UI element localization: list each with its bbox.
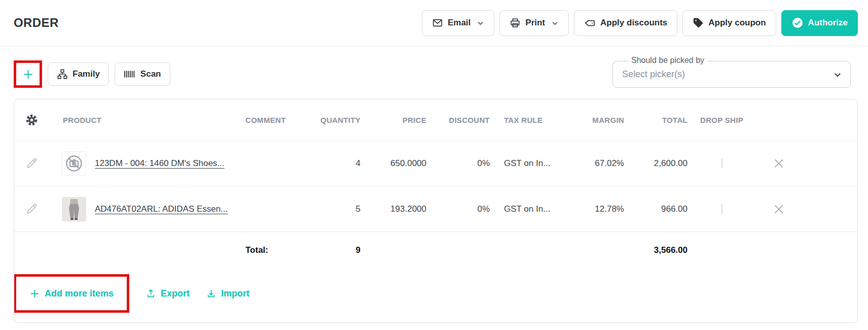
price-cell: 650.0000 — [390, 158, 426, 169]
picker-select-label: Should be picked by — [628, 56, 707, 65]
remove-item-button[interactable] — [772, 203, 785, 216]
order-items-table: PRODUCT COMMENT QUANTITY PRICE DISCOUNT … — [14, 99, 858, 323]
discount-cell: 0% — [477, 204, 490, 214]
column-header-product: PRODUCT — [49, 116, 241, 124]
column-header-tax-rule: TAX RULE — [490, 116, 568, 124]
gear-icon — [25, 114, 38, 126]
print-button-label: Print — [525, 18, 545, 28]
apply-discounts-button-label: Apply discounts — [600, 18, 667, 28]
check-circle-icon — [791, 17, 804, 29]
plus-icon — [22, 69, 34, 80]
total-cell: 966.00 — [661, 204, 688, 214]
table-footer: Add more items Export Import — [14, 268, 857, 322]
totals-quantity: 9 — [356, 245, 360, 255]
plus-icon — [29, 288, 40, 299]
authorize-button-label: Authorize — [808, 18, 848, 28]
product-link[interactable]: AD476AT02ARL: ADIDAS Essen... — [95, 204, 228, 214]
price-cell: 193.2000 — [390, 204, 426, 214]
picker-select[interactable]: Should be picked by Select picker(s) — [612, 61, 851, 88]
tax-rule-cell: GST on In... — [490, 204, 568, 214]
scan-button-label: Scan — [140, 69, 161, 79]
column-header-discount: DISCOUNT — [449, 116, 490, 124]
chevron-down-icon — [551, 19, 559, 27]
margin-cell: 12.78% — [595, 204, 624, 214]
header-actions: Email Print Apply discounts Apply — [422, 10, 858, 36]
annotation-box — [14, 60, 42, 88]
import-button-label: Import — [221, 288, 249, 299]
tag-filled-icon — [693, 17, 704, 28]
pencil-icon — [25, 156, 39, 170]
product-link[interactable]: 123DM - 004: 1460 DM's Shoes... — [95, 158, 225, 169]
close-icon — [772, 157, 785, 170]
family-button-label: Family — [73, 69, 100, 79]
scan-button[interactable]: Scan — [115, 62, 170, 86]
discount-cell: 0% — [477, 158, 490, 169]
add-more-items-button[interactable]: Add more items — [29, 288, 114, 299]
export-button[interactable]: Export — [146, 288, 190, 299]
import-icon — [206, 288, 216, 299]
column-header-drop-ship: DROP SHIP — [700, 116, 743, 124]
email-icon — [432, 17, 443, 28]
family-button[interactable]: Family — [48, 62, 109, 86]
totals-amount: 3,566.00 — [654, 245, 688, 255]
add-more-items-label: Add more items — [45, 288, 114, 299]
print-button[interactable]: Print — [499, 10, 569, 36]
column-header-comment: COMMENT — [241, 116, 302, 124]
quantity-cell: 4 — [356, 158, 360, 169]
table-row: 123DM - 004: 1460 DM's Shoes... 4 650.00… — [14, 140, 857, 186]
authorize-button[interactable]: Authorize — [781, 10, 858, 36]
add-item-button[interactable] — [16, 63, 40, 85]
product-image-placeholder — [62, 151, 86, 176]
drop-ship-checkbox[interactable] — [721, 158, 722, 169]
column-header-total: TOTAL — [662, 116, 688, 124]
picker-select-value: Select picker(s) — [622, 69, 685, 80]
export-icon — [146, 288, 156, 299]
family-tree-icon — [57, 69, 68, 80]
column-header-price: PRICE — [403, 116, 426, 124]
edit-item-button[interactable] — [25, 202, 39, 216]
chevron-down-icon — [833, 70, 842, 79]
tag-outline-icon — [584, 17, 596, 29]
drop-ship-checkbox[interactable] — [721, 204, 722, 214]
annotation-box: Add more items — [14, 274, 129, 313]
column-settings-button[interactable] — [25, 114, 38, 126]
email-button[interactable]: Email — [422, 10, 494, 36]
column-header-margin: MARGIN — [592, 116, 624, 124]
import-button[interactable]: Import — [206, 288, 249, 299]
print-icon — [510, 17, 521, 28]
tax-rule-cell: GST on In... — [490, 158, 568, 169]
barcode-icon — [124, 69, 136, 79]
close-icon — [772, 203, 785, 216]
quantity-cell: 5 — [356, 204, 360, 214]
table-row: AD476AT02ARL: ADIDAS Essen... 5 193.2000… — [14, 186, 857, 232]
total-cell: 2,600.00 — [654, 158, 688, 169]
items-toolbar: Family Scan Should be picked by Select p… — [0, 60, 868, 88]
product-image — [62, 197, 86, 221]
pencil-icon — [25, 202, 39, 216]
order-header: ORDER Email Print Apply discounts — [0, 0, 868, 46]
totals-label: Total: — [241, 245, 302, 255]
email-button-label: Email — [448, 18, 471, 28]
margin-cell: 67.02% — [595, 158, 624, 169]
table-header-row: PRODUCT COMMENT QUANTITY PRICE DISCOUNT … — [14, 100, 857, 140]
remove-item-button[interactable] — [772, 157, 785, 170]
export-button-label: Export — [161, 288, 190, 299]
totals-row: Total: 9 3,566.00 — [14, 232, 857, 268]
page-title: ORDER — [14, 16, 59, 30]
apply-discounts-button[interactable]: Apply discounts — [574, 10, 677, 36]
chevron-down-icon — [477, 19, 484, 27]
apply-coupon-button-label: Apply coupon — [708, 18, 766, 28]
edit-item-button[interactable] — [25, 156, 39, 170]
apply-coupon-button[interactable]: Apply coupon — [682, 10, 776, 36]
column-header-quantity: QUANTITY — [320, 116, 360, 124]
